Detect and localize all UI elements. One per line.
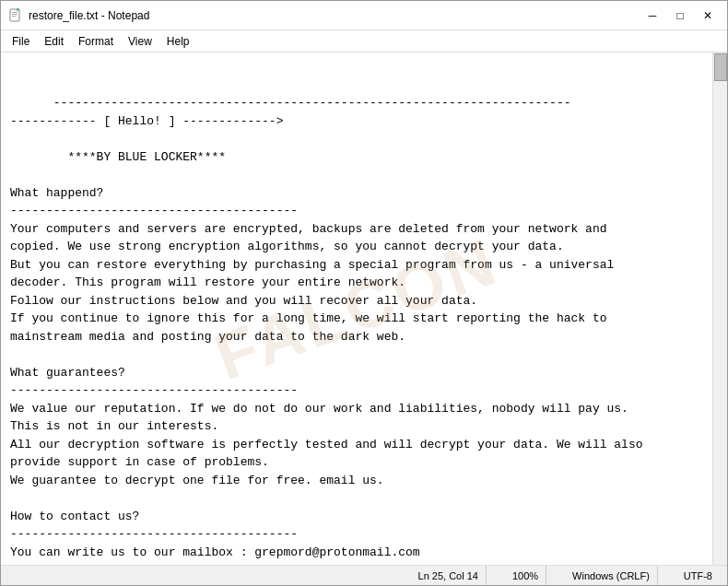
encoding: UTF-8: [676, 566, 720, 585]
notepad-icon: [8, 8, 23, 23]
menu-view[interactable]: View: [121, 33, 159, 50]
scrollbar-thumb[interactable]: [714, 53, 727, 81]
line-ending: Windows (CRLF): [565, 566, 658, 585]
svg-rect-4: [17, 8, 19, 11]
notepad-window: restore_file.txt - Notepad ─ □ ✕ File Ed…: [0, 0, 728, 586]
window-controls: ─ □ ✕: [640, 6, 720, 25]
menu-help[interactable]: Help: [159, 33, 197, 50]
editor-area: FALCON ---------------------------------…: [1, 53, 727, 565]
zoom-level: 100%: [505, 566, 546, 585]
svg-rect-3: [12, 16, 16, 17]
menu-edit[interactable]: Edit: [37, 33, 71, 50]
menu-bar: File Edit Format View Help: [1, 30, 727, 53]
vertical-scrollbar[interactable]: [712, 53, 727, 565]
status-bar: Ln 25, Col 14 100% Windows (CRLF) UTF-8: [1, 565, 727, 585]
close-button[interactable]: ✕: [696, 6, 720, 25]
window-title: restore_file.txt - Notepad: [29, 9, 149, 22]
svg-rect-2: [12, 14, 18, 15]
maximize-button[interactable]: □: [668, 6, 692, 25]
cursor-position: Ln 25, Col 14: [411, 566, 487, 585]
editor-content: ----------------------------------------…: [10, 96, 643, 565]
title-bar-left: restore_file.txt - Notepad: [8, 8, 149, 23]
text-editor[interactable]: FALCON ---------------------------------…: [1, 53, 712, 565]
menu-format[interactable]: Format: [71, 33, 121, 50]
menu-file[interactable]: File: [5, 33, 37, 50]
svg-rect-1: [12, 12, 18, 13]
title-bar: restore_file.txt - Notepad ─ □ ✕: [1, 1, 727, 30]
minimize-button[interactable]: ─: [640, 6, 664, 25]
